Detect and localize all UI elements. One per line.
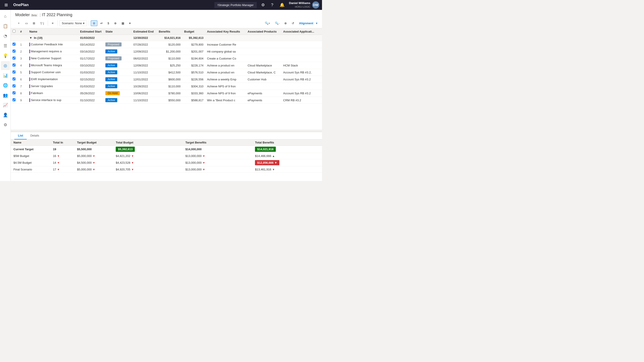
down-arrow: ▼ bbox=[131, 168, 134, 171]
summary-header-row: Name Total In Target Budget Total Budget… bbox=[11, 139, 322, 146]
summary-name: Current Target bbox=[11, 146, 50, 153]
view-list-button[interactable]: ≡ bbox=[50, 21, 56, 26]
sidebar-list-icon[interactable]: ☰ bbox=[1, 41, 10, 50]
sidebar-chart-icon[interactable]: 📊 bbox=[1, 71, 10, 80]
table-row: 5 Support Customer usin 01/03/2022 Activ… bbox=[11, 69, 322, 76]
board-view-button[interactable]: ▦ bbox=[120, 21, 126, 26]
notifications-button[interactable]: 🔔 bbox=[278, 2, 286, 8]
row-bar bbox=[29, 50, 30, 53]
sidebar-settings-icon[interactable]: ⚙ bbox=[1, 120, 10, 129]
hierarchy-view-button[interactable]: ⊕ bbox=[112, 21, 118, 26]
sidebar-users-icon[interactable]: 👥 bbox=[1, 91, 10, 100]
col-est-end: Estimated End bbox=[132, 28, 157, 35]
settings-button[interactable]: ⚙ bbox=[260, 2, 266, 8]
scenario-dropdown[interactable]: Scenario: None ▾ bbox=[60, 21, 87, 26]
up-arrow: ▲ bbox=[272, 154, 275, 158]
table-row: 8 Fabrikam 05/26/2022 On Hold 10/06/2022… bbox=[11, 90, 322, 97]
financial-view-button[interactable]: $ bbox=[106, 21, 111, 26]
sidebar-globe-icon[interactable]: 🌐 bbox=[1, 81, 10, 90]
down-arrow: ▼ bbox=[131, 161, 134, 164]
app-grid-button[interactable]: ⊞ bbox=[3, 2, 10, 8]
add-row-button[interactable]: ＋ bbox=[15, 20, 22, 26]
sidebar-home-icon[interactable]: ⌂ bbox=[1, 12, 10, 21]
row-checkbox[interactable] bbox=[12, 71, 16, 73]
col-assoc-app: Associated Applicati... bbox=[282, 28, 322, 35]
summary-col-total-budget: Total Budget bbox=[113, 139, 183, 146]
benefits-value-red: $12,856,666 ▼ bbox=[255, 160, 280, 165]
col-budget: Budget bbox=[182, 28, 205, 35]
summary-row: $4.5M Budget 14▼ $4,500,000▼ $4,423,528▼… bbox=[11, 159, 322, 166]
sidebar-target-icon[interactable]: ◎ bbox=[1, 61, 10, 70]
toolbar-right: 🔍+ 🔍- ⊕ ↺ Alignment ▾ bbox=[263, 21, 318, 26]
help-button[interactable]: ? bbox=[269, 2, 275, 8]
content-area: ModelerBeta : IT 2022 Planning ＋ ▭ ⊞ ▽ |… bbox=[11, 10, 322, 181]
row-checkbox[interactable] bbox=[12, 84, 16, 87]
row-checkbox[interactable] bbox=[12, 43, 16, 46]
tab-list[interactable]: List bbox=[14, 132, 27, 139]
row-checkbox[interactable] bbox=[12, 64, 16, 67]
summary-total-budget: $5,392,613 bbox=[113, 146, 183, 153]
summary-total-budget: $4,821,202▼ bbox=[113, 153, 183, 159]
sidebar-person-icon[interactable]: 👤 bbox=[1, 110, 10, 119]
state-badge: Active bbox=[106, 49, 117, 53]
summary-total-in: 14▼ bbox=[50, 159, 74, 166]
main-layout: ⌂ 📋 ◔ ☰ 💡 ◎ 📊 🌐 👥 📈 👤 ⚙ ModelerBeta : IT… bbox=[0, 10, 322, 181]
row-bar bbox=[29, 64, 30, 67]
state-badge: Active bbox=[106, 98, 117, 102]
col-num: # bbox=[18, 28, 28, 35]
separator-3 bbox=[89, 21, 89, 26]
separator-1 bbox=[48, 21, 48, 26]
table-header-row: # Name Estimated Start State Estimated E… bbox=[11, 28, 322, 35]
summary-row: Final Scenario 17▼ $5,000,000▼ $4,920,70… bbox=[11, 166, 322, 173]
group-collapse-icon[interactable]: ▼ bbox=[29, 36, 32, 40]
search-zoom-out-button[interactable]: 🔍- bbox=[273, 21, 282, 26]
col-est-start: Estimated Start bbox=[78, 28, 104, 35]
left-sidebar: ⌂ 📋 ◔ ☰ 💡 ◎ 📊 🌐 👥 📈 👤 ⚙ bbox=[0, 10, 11, 181]
table-row: 7 Server Upgrades 01/03/2022 Active 10/2… bbox=[11, 83, 322, 90]
sidebar-briefcase-icon[interactable]: 📋 bbox=[1, 22, 10, 31]
filter-button[interactable]: ▽ | bbox=[38, 21, 46, 26]
tab-details[interactable]: Details bbox=[27, 132, 43, 139]
row-checkbox[interactable] bbox=[12, 98, 16, 101]
summary-name: $5M Budget bbox=[11, 153, 50, 159]
summary-col-name: Name bbox=[11, 139, 50, 146]
summary-name: $4.5M Budget bbox=[11, 159, 50, 166]
roadmap-view-button[interactable]: ⇌ bbox=[98, 21, 105, 26]
summary-total-benefits: $12,856,666 ▼ bbox=[252, 159, 322, 166]
sidebar-bulb-icon[interactable]: 💡 bbox=[1, 51, 10, 60]
refresh-button[interactable]: ↺ bbox=[290, 21, 296, 26]
columns-button[interactable]: ⊞ bbox=[31, 21, 37, 26]
location-button[interactable]: ⊕ bbox=[282, 21, 289, 26]
summary-total-benefits: $13,461,916▼ bbox=[252, 166, 322, 173]
table-row: 4 Microsoft Teams Integra 03/10/2022 Act… bbox=[11, 62, 322, 69]
summary-total-in: 17▼ bbox=[50, 166, 74, 173]
grid-view-button[interactable]: ⊞ bbox=[91, 21, 97, 26]
summary-tabs: List Details bbox=[11, 132, 322, 139]
app-name: OnePlan bbox=[13, 3, 212, 7]
table-row: 6 EHR Implementation 02/15/2022 Active 1… bbox=[11, 76, 322, 83]
tenant-button[interactable]: !Strategic Portfolio Manager bbox=[214, 2, 257, 8]
summary-panel: List Details Name Total In Target Budget… bbox=[11, 132, 322, 181]
row-checkbox[interactable] bbox=[12, 57, 16, 60]
summary-target-benefits: $13,000,000▼ bbox=[183, 159, 252, 166]
row-checkbox[interactable] bbox=[12, 77, 16, 80]
select-all-checkbox[interactable] bbox=[12, 30, 16, 33]
row-checkbox[interactable] bbox=[12, 50, 16, 53]
more-views-button[interactable]: ▾ bbox=[127, 21, 133, 26]
table-section[interactable]: # Name Estimated Start State Estimated E… bbox=[11, 28, 322, 130]
user-name: Daniel Williams bbox=[289, 1, 310, 5]
summary-total-benefits: $14,466,666▲ bbox=[252, 153, 322, 159]
row-checkbox[interactable] bbox=[12, 91, 16, 94]
sidebar-analytics-icon[interactable]: 📈 bbox=[1, 101, 10, 110]
budget-value-green: $5,392,613 bbox=[116, 147, 135, 152]
page-title: ModelerBeta : IT 2022 Planning bbox=[15, 13, 318, 17]
summary-target-budget: $5,000,000▼ bbox=[74, 166, 113, 173]
search-zoom-in-button[interactable]: 🔍+ bbox=[263, 21, 272, 26]
avatar[interactable]: DW bbox=[312, 1, 319, 9]
summary-target-budget: $5,500,000 bbox=[74, 146, 113, 153]
sidebar-clock-icon[interactable]: ◔ bbox=[1, 32, 10, 40]
alignment-button[interactable]: Alignment bbox=[297, 21, 315, 26]
user-company: HOKU LOGIC bbox=[289, 5, 310, 8]
summary-target-benefits: $13,000,000▼ bbox=[183, 166, 252, 173]
remove-row-button[interactable]: ▭ bbox=[23, 21, 30, 26]
